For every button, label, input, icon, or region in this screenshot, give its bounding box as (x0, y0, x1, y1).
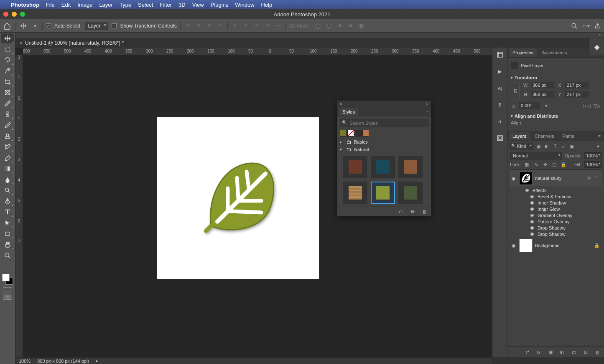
visibility-toggle-icon[interactable]: ◉ (511, 243, 517, 248)
dodge-tool[interactable] (1, 185, 14, 195)
blur-tool[interactable] (1, 174, 14, 185)
menu-image[interactable]: Image (77, 2, 92, 8)
filter-type-icon[interactable]: T (552, 143, 558, 149)
maximize-window-button[interactable] (20, 12, 25, 17)
menu-window[interactable]: Window (235, 2, 254, 8)
visibility-toggle-icon[interactable]: ◉ (529, 219, 535, 224)
brush-tool[interactable] (1, 120, 14, 130)
menu-select[interactable]: Select (138, 2, 153, 8)
y-input[interactable] (565, 91, 589, 98)
history-brush-tool[interactable] (1, 142, 14, 152)
menu-help[interactable]: Help (261, 2, 273, 8)
chevron-down-icon[interactable]: ▾ (511, 76, 513, 80)
eraser-tool[interactable] (1, 153, 14, 163)
color-dock-icon[interactable]: ◆ (594, 43, 599, 51)
group-layers-icon[interactable]: 🗀 (571, 349, 577, 356)
healing-brush-tool[interactable] (1, 109, 14, 119)
lock-image-icon[interactable]: ✎ (533, 162, 539, 167)
paragraph-dock-icon[interactable]: ¶ (495, 100, 505, 109)
ruler-vertical[interactable]: 3101234567 (15, 55, 23, 357)
style-swatch-none[interactable] (347, 130, 354, 136)
move-tool-icon[interactable] (19, 21, 28, 30)
move-tool[interactable] (1, 33, 14, 43)
layer-natural-study[interactable]: ◉ natural-study fx ˆ (510, 170, 601, 187)
chevron-down-icon[interactable]: ▾ (340, 147, 344, 152)
layer-thumbnail[interactable] (519, 172, 533, 185)
styles-panel[interactable]: × ‹‹ Styles ≡ Search Styles ▸ 🗀 Basics ▾… (337, 100, 431, 216)
flip-vertical-icon[interactable]: ▽△ (593, 102, 601, 109)
path-selection-tool[interactable] (1, 218, 14, 228)
visibility-toggle-icon[interactable]: ◉ (529, 231, 535, 237)
tab-channels[interactable]: Channels (531, 132, 557, 140)
quick-mask-toggle[interactable] (3, 287, 12, 300)
home-icon[interactable] (3, 21, 12, 30)
effect-bevel-emboss[interactable]: ◉Bevel & Emboss (510, 193, 601, 200)
layer-thumbnail[interactable] (519, 239, 533, 252)
style-thumb[interactable] (343, 182, 367, 204)
visibility-toggle-icon[interactable]: ◉ (529, 212, 535, 218)
menu-view[interactable]: View (192, 2, 204, 8)
glyphs-dock-icon[interactable]: A (495, 117, 505, 126)
doc-info[interactable]: 800 px x 800 px (144 ppi) (37, 359, 89, 364)
folder-natural[interactable]: ▾ 🗀 Natural (337, 146, 431, 153)
frame-tool[interactable] (1, 88, 14, 98)
lasso-tool[interactable] (1, 55, 14, 65)
layer-styles-icon[interactable]: fx (535, 349, 542, 356)
document-tab[interactable]: × Untitled-1 @ 100% (natural-study, RGB/… (15, 39, 128, 47)
close-tab-icon[interactable]: × (20, 40, 23, 46)
filter-adjustment-icon[interactable]: ◐ (543, 143, 550, 149)
menu-edit[interactable]: Edit (61, 2, 71, 8)
distribute-left-icon[interactable]: ≡ (264, 22, 271, 30)
tab-adjustments[interactable]: Adjustments (538, 48, 571, 57)
tab-styles[interactable]: Styles (339, 108, 358, 116)
flip-horizontal-icon[interactable]: ▷◁ (583, 102, 591, 109)
opacity-input[interactable]: 100% (584, 152, 601, 159)
hand-tool[interactable] (1, 240, 14, 250)
layer-mask-icon[interactable]: ▣ (547, 349, 554, 356)
quick-selection-tool[interactable] (1, 66, 14, 76)
filter-kind-dropdown[interactable]: Kind (510, 143, 533, 149)
menu-file[interactable]: File (46, 2, 55, 8)
crop-tool[interactable] (1, 77, 14, 87)
distribute-center-v-icon[interactable]: ≡ (242, 22, 250, 30)
tab-layers[interactable]: Layers (509, 132, 530, 140)
distribute-bottom-icon[interactable]: ≡ (253, 22, 260, 30)
delete-style-icon[interactable]: 🗑 (421, 208, 428, 215)
zoom-tool[interactable] (1, 250, 14, 260)
align-top-icon[interactable]: ≡ (217, 22, 224, 30)
menu-layer[interactable]: Layer (99, 2, 113, 8)
blend-mode-dropdown[interactable]: Normal (510, 152, 562, 159)
type-tool[interactable]: T (1, 207, 14, 217)
minimize-window-button[interactable] (12, 12, 17, 17)
menu-plugins[interactable]: Plugins (211, 2, 229, 8)
gradient-tool[interactable] (1, 164, 14, 174)
visibility-toggle-icon[interactable]: ◉ (529, 200, 535, 205)
layer-name[interactable]: natural-study (535, 176, 585, 181)
doc-info-dropdown-icon[interactable]: ▸ (96, 358, 98, 364)
chevron-right-icon[interactable]: ▸ (340, 140, 344, 144)
style-swatch[interactable] (362, 130, 369, 136)
visibility-toggle-icon[interactable]: ◉ (529, 206, 535, 212)
lock-transparency-icon[interactable]: ▦ (523, 162, 530, 167)
show-transform-checkbox[interactable] (112, 23, 117, 28)
tab-properties[interactable]: Properties (509, 48, 537, 57)
close-panel-icon[interactable]: × (340, 102, 342, 106)
x-input[interactable] (565, 82, 589, 88)
adjustment-layer-icon[interactable]: ◐ (559, 349, 566, 356)
tool-preset-dropdown-icon[interactable]: ▾ (31, 22, 39, 30)
style-thumb[interactable] (343, 156, 367, 178)
menu-type[interactable]: Type (120, 2, 131, 8)
link-layers-icon[interactable]: ⇄ (524, 349, 530, 356)
actions-dock-icon[interactable]: ▶ (495, 67, 505, 76)
align-center-h-icon[interactable]: ≡ (195, 22, 202, 30)
lock-artboard-icon[interactable]: ▢ (551, 162, 558, 167)
style-thumb[interactable] (398, 182, 423, 204)
fx-indicator[interactable]: fx (587, 176, 591, 181)
collapse-panel-icon[interactable]: ‹‹ (426, 102, 428, 106)
effect-drop-shadow-1[interactable]: ◉Drop Shadow (510, 225, 601, 231)
chevron-down-icon[interactable]: ▾ (511, 114, 513, 118)
character-dock-icon[interactable]: A| (495, 83, 505, 93)
clone-stamp-tool[interactable] (1, 131, 14, 141)
collapse-right-icon[interactable]: ›› (599, 33, 601, 38)
width-input[interactable] (531, 82, 554, 88)
